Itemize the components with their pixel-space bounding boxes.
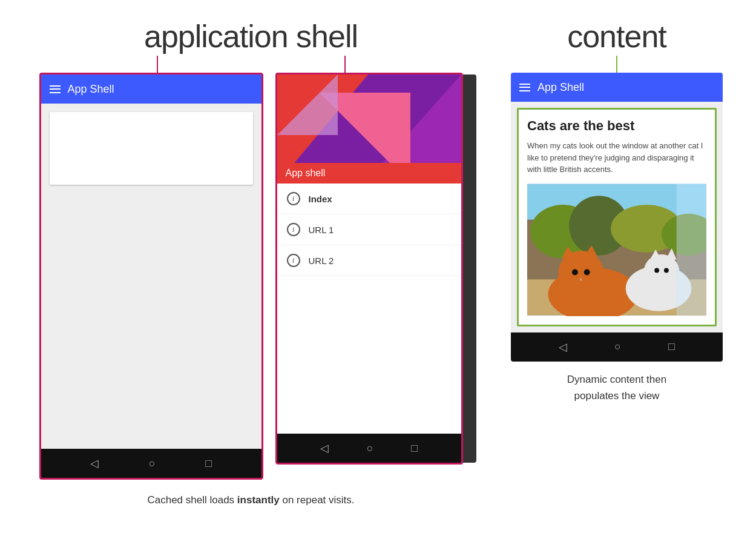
phone2-drawer: i Index i URL 1 i URL 2 [277,184,461,434]
info-icon-url2: i [287,254,300,267]
phone1-topbar: App Shell [41,74,261,104]
drawer-label-url1: URL 1 [309,225,334,235]
phone1-frame: App Shell ◁ ○ □ [39,73,263,480]
svg-point-12 [572,269,578,275]
svg-point-19 [654,268,659,273]
hamburger-icon-3 [519,84,530,91]
svg-point-13 [584,269,590,275]
application-shell-label: application shell [144,18,358,55]
svg-point-16 [643,254,679,289]
svg-point-20 [664,268,669,273]
phone2-navbar: ◁ ○ □ [277,434,461,463]
content-title: Cats are the best [527,118,706,134]
drawer-item-url1[interactable]: i URL 1 [277,214,461,245]
dark-side-panel [463,74,476,463]
phone3-title: App Shell [537,81,584,94]
content-box: Cats are the best When my cats look out … [517,108,717,326]
home-button-2[interactable]: ○ [367,442,373,455]
app-shell-overlay: App shell [277,163,461,184]
info-icon-index: i [287,192,300,205]
phone3-body: Cats are the best When my cats look out … [511,102,723,332]
content-card-placeholder [50,112,253,185]
recent-button[interactable]: □ [205,457,212,470]
connector-right [344,56,346,73]
back-button[interactable]: ◁ [90,457,99,470]
back-button-2[interactable]: ◁ [320,442,329,455]
drawer-label-url2: URL 2 [309,256,334,266]
phone3-navbar: ◁ ○ □ [511,332,723,362]
connector-green [616,56,617,73]
drawer-item-url2[interactable]: i URL 2 [277,245,461,276]
phone1-body [41,104,261,449]
phone2-colorful-header: App shell [277,74,461,184]
content-label: content [567,18,666,55]
content-desc: When my cats look out the window at anot… [527,140,706,176]
phone3-frame: App Shell Cats are the best When my cats… [511,73,723,362]
recent-button-3[interactable]: □ [668,340,675,353]
right-caption: Dynamic content then populates the view [567,371,666,404]
connector-left [157,56,158,73]
left-caption: Cached shell loads instantly on repeat v… [147,492,354,508]
drawer-label-index: Index [309,194,332,204]
home-button[interactable]: ○ [149,457,156,470]
home-button-3[interactable]: ○ [614,340,621,353]
back-button-3[interactable]: ◁ [559,340,567,354]
info-icon-url1: i [287,223,300,236]
phone1-navbar: ◁ ○ □ [41,449,261,478]
phone2-frame: App shell i Index i URL 1 [275,73,463,465]
recent-button-2[interactable]: □ [411,442,418,455]
hamburger-icon [50,85,61,93]
svg-rect-21 [677,184,706,315]
drawer-item-index[interactable]: i Index [277,184,461,214]
cat-image [527,183,706,316]
phone1-title: App Shell [68,83,114,96]
phone3-topbar: App Shell [511,73,723,102]
